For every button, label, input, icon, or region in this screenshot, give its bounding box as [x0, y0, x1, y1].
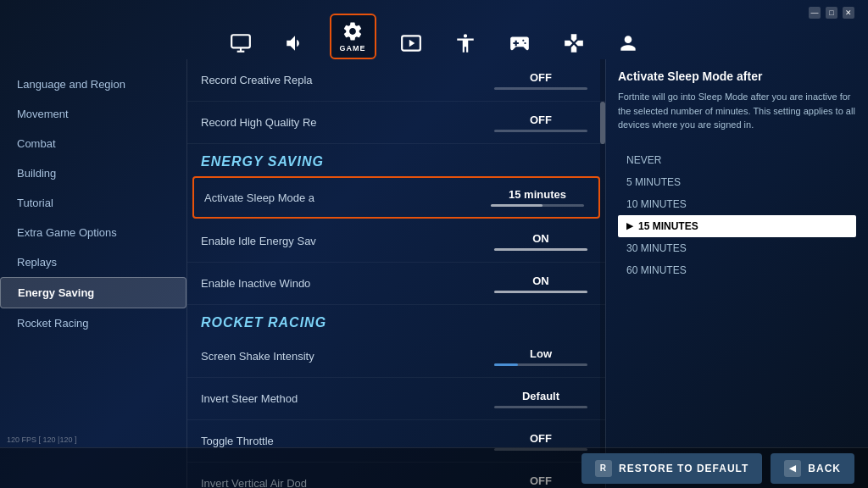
- back-button-label: BACK: [808, 463, 841, 474]
- track-record-creative: [494, 87, 587, 90]
- slider-screen-shake[interactable]: Low: [490, 347, 592, 366]
- option-10min-label: 10 MINUTES: [626, 198, 687, 210]
- selected-arrow-icon: ▶: [626, 221, 633, 230]
- sidebar-item-extra-game[interactable]: Extra Game Options: [0, 218, 186, 247]
- nav-controller2[interactable]: [554, 27, 593, 59]
- row-invert-steer: Invert Steer Method Default: [187, 378, 605, 420]
- label-toggle-throttle: Toggle Throttle: [201, 435, 490, 447]
- nav-controller[interactable]: [500, 27, 539, 59]
- game-nav-label: GAME: [340, 44, 366, 53]
- sidebar-item-combat[interactable]: Combat: [0, 129, 186, 158]
- section-energy-saving: ENERGY SAVING: [187, 144, 605, 175]
- option-5min-label: 5 MINUTES: [626, 176, 681, 188]
- sidebar: Language and Region Movement Combat Buil…: [0, 59, 186, 488]
- window-controls: — □ ✕: [809, 7, 854, 19]
- slider-record-hq[interactable]: OFF: [490, 114, 592, 132]
- row-record-hq: Record High Quality Re OFF: [187, 102, 605, 144]
- nav-video[interactable]: [392, 27, 431, 59]
- value-sleep-mode: 15 minutes: [495, 188, 580, 201]
- restore-key-badge: R: [595, 460, 612, 477]
- option-never[interactable]: NEVER: [618, 149, 856, 171]
- option-never-label: NEVER: [626, 154, 661, 166]
- label-record-creative: Record Creative Repla: [201, 74, 490, 86]
- settings-content: Record Creative Repla OFF Record High Qu…: [186, 59, 605, 488]
- value-toggle-throttle: OFF: [498, 432, 583, 445]
- slider-inactive-window[interactable]: ON: [490, 274, 592, 293]
- option-30min-label: 30 MINUTES: [626, 242, 687, 254]
- value-screen-shake: Low: [498, 347, 583, 360]
- label-inactive-window: Enable Inactive Windo: [201, 277, 490, 290]
- option-30min[interactable]: 30 MINUTES: [618, 237, 856, 259]
- option-15min-label: 15 MINUTES: [638, 220, 698, 232]
- option-15min[interactable]: ▶ 15 MINUTES: [618, 215, 856, 237]
- right-panel: Activate Sleep Mode after Fortnite will …: [605, 59, 868, 488]
- option-60min-label: 60 MINUTES: [626, 264, 687, 276]
- close-btn[interactable]: ✕: [843, 7, 854, 19]
- sleep-mode-options: NEVER 5 MINUTES 10 MINUTES ▶ 15 MINUTES …: [618, 149, 856, 281]
- nav-audio[interactable]: [275, 27, 314, 59]
- value-idle-energy: ON: [498, 232, 583, 245]
- option-60min[interactable]: 60 MINUTES: [618, 259, 856, 281]
- bottom-bar: R RESTORE TO DEFAULT ◀ BACK: [0, 447, 868, 488]
- label-invert-steer: Invert Steer Method: [201, 392, 490, 405]
- value-record-creative: OFF: [498, 71, 583, 84]
- fps-counter: 120 FPS [ 120 |120 ]: [7, 435, 76, 444]
- svg-rect-0: [231, 35, 250, 47]
- option-5min[interactable]: 5 MINUTES: [618, 171, 856, 193]
- sidebar-item-movement[interactable]: Movement: [0, 99, 186, 129]
- back-button[interactable]: ◀ BACK: [771, 453, 854, 484]
- restore-button-label: RESTORE TO DEFAULT: [619, 463, 748, 474]
- label-sleep-mode: Activate Sleep Mode a: [204, 191, 487, 204]
- nav-game[interactable]: GAME: [330, 14, 376, 59]
- track-sleep-mode: [491, 204, 584, 207]
- option-10min[interactable]: 10 MINUTES: [618, 193, 856, 215]
- right-panel-description: Fortnite will go into Sleep Mode after y…: [618, 90, 856, 132]
- sidebar-item-energy-saving[interactable]: Energy Saving: [0, 277, 186, 308]
- row-inactive-window: Enable Inactive Windo ON: [187, 263, 605, 305]
- main-layout: Language and Region Movement Combat Buil…: [0, 59, 868, 488]
- sidebar-item-rocket-racing[interactable]: Rocket Racing: [0, 308, 186, 338]
- slider-record-creative[interactable]: OFF: [490, 71, 592, 90]
- label-record-hq: Record High Quality Re: [201, 116, 490, 129]
- row-record-creative: Record Creative Repla OFF: [187, 59, 605, 102]
- value-inactive-window: ON: [498, 274, 583, 287]
- top-nav: — □ ✕ GAME: [0, 0, 868, 59]
- track-idle-energy: [494, 248, 587, 251]
- sidebar-item-language[interactable]: Language and Region: [0, 69, 186, 99]
- track-record-hq: [494, 130, 587, 132]
- slider-idle-energy[interactable]: ON: [490, 232, 592, 251]
- section-rocket-racing: ROCKET RACING: [187, 305, 605, 336]
- label-screen-shake: Screen Shake Intensity: [201, 350, 490, 363]
- scrollbar-thumb[interactable]: [600, 102, 605, 144]
- track-inactive-window: [494, 291, 587, 293]
- slider-invert-steer[interactable]: Default: [490, 390, 592, 408]
- row-screen-shake: Screen Shake Intensity Low: [187, 336, 605, 378]
- back-key-badge: ◀: [784, 460, 801, 477]
- sidebar-item-tutorial[interactable]: Tutorial: [0, 188, 186, 218]
- minimize-btn[interactable]: —: [809, 7, 821, 19]
- nav-user[interactable]: [609, 27, 648, 59]
- nav-accessibility[interactable]: [446, 27, 485, 59]
- row-idle-energy: Enable Idle Energy Sav ON: [187, 220, 605, 263]
- value-invert-steer: Default: [498, 390, 583, 402]
- maximize-btn[interactable]: □: [826, 7, 837, 19]
- scrollbar-track: [600, 59, 605, 488]
- restore-default-button[interactable]: R RESTORE TO DEFAULT: [581, 453, 762, 484]
- label-idle-energy: Enable Idle Energy Sav: [201, 235, 490, 247]
- nav-monitor[interactable]: [221, 27, 260, 59]
- slider-sleep-mode[interactable]: 15 minutes: [487, 188, 588, 207]
- track-screen-shake: [494, 363, 587, 366]
- track-invert-steer: [494, 406, 587, 408]
- row-sleep-mode[interactable]: Activate Sleep Mode a 15 minutes: [192, 176, 600, 219]
- sidebar-item-replays[interactable]: Replays: [0, 247, 186, 277]
- value-record-hq: OFF: [498, 114, 583, 126]
- right-panel-title: Activate Sleep Mode after: [618, 69, 856, 83]
- sidebar-item-building[interactable]: Building: [0, 158, 186, 188]
